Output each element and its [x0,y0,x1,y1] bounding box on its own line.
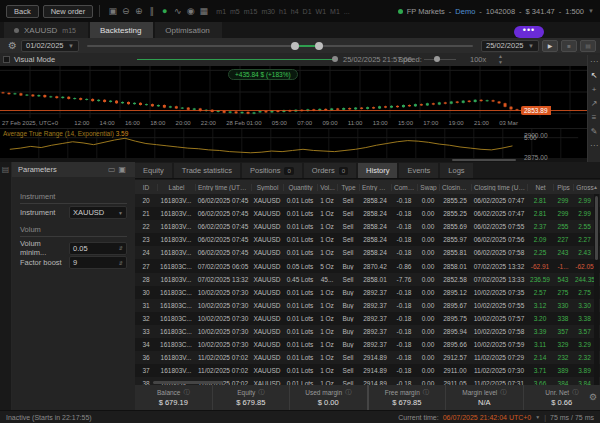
table-row[interactable]: 31161803C...10/02/2025 07:30XAUUSD0.01 L… [135,299,600,312]
table-row[interactable]: 24161803V...06/02/2025 07:45XAUUSD0.01 L… [135,246,600,259]
date-range-slider[interactable] [87,40,473,52]
table-row[interactable]: 22161803V...06/02/2025 07:45XAUUSD0.01 L… [135,220,600,233]
progress-handle[interactable] [332,56,338,62]
table-row[interactable]: 28161803V...07/02/2025 13:32XAUUSD0.45 L… [135,273,600,286]
info-icon[interactable]: ⓘ [345,388,351,397]
collapse-icon[interactable]: ▭ [108,165,119,174]
table-row[interactable]: 32161803C...10/02/2025 07:30XAUUSD0.01 L… [135,312,600,325]
speed-slider-handle[interactable] [434,56,440,62]
slider-track[interactable] [87,45,473,47]
atr-indicator-label[interactable]: Average True Range (14, Exponential) 3.5… [3,130,128,137]
chart-region[interactable]: +435.84 $ (+183%) 2853.89 27 Feb 2025, U… [0,66,600,162]
calendar-icon[interactable]: ▦ [197,6,210,16]
tab-xauusd[interactable]: XAUUSDm15 [4,22,88,38]
more-options-pill[interactable]: ••• [514,26,544,38]
table-row[interactable]: 21161803V...06/02/2025 07:45XAUUSD0.01 L… [135,207,600,220]
column-header[interactable]: Swap [417,184,439,191]
play-button[interactable]: ▶ [542,40,558,52]
crosshair-icon[interactable]: + [592,85,597,94]
timeframe-m15[interactable]: m15 [244,8,258,15]
table-horizontal-scrollbar[interactable] [135,381,594,384]
info-icon[interactable]: ⓘ [184,388,190,397]
table-row[interactable]: 30161803C...10/02/2025 07:30XAUUSD0.01 L… [135,286,600,299]
info-icon[interactable]: ⓘ [258,388,264,397]
table-vertical-scrollbar[interactable] [594,194,599,385]
stepper-arrows[interactable]: ▲▼ [498,53,503,65]
results-tab-events[interactable]: Events [399,163,438,178]
range-start-handle[interactable] [291,42,299,50]
table-row[interactable]: 20161803V...06/02/2025 07:45XAUUSD0.01 L… [135,194,600,207]
column-header[interactable]: Quantity [283,184,317,191]
draw-icon[interactable]: ✎ [591,127,598,136]
column-header[interactable]: Net [527,184,553,191]
column-header[interactable]: Closing time (UT... [471,184,527,191]
column-header[interactable]: Symbol [251,184,283,191]
table-row[interactable]: 36161803V...11/02/2025 07:02XAUUSD0.01 L… [135,351,600,364]
tab-backtesting[interactable]: Backtesting [90,22,153,38]
panel-menu-icon[interactable]: ▣ [118,165,129,174]
stop-button[interactable]: ■ [561,40,577,52]
history-table-header[interactable]: IDLabelEntry time (UTC+0)SymbolQuantityV… [135,180,600,194]
drag-handle-icon[interactable]: ⋯ [590,57,598,66]
window-icon[interactable]: ▣ [106,6,119,16]
timeframe-W1[interactable]: W1 [316,8,327,15]
fibonacci-icon[interactable]: ≡ [592,113,597,122]
from-date-picker[interactable]: 01/02/2025 ▼ [21,40,79,52]
info-icon[interactable]: ⓘ [423,388,429,397]
results-tab-orders[interactable]: Orders0 [304,163,356,178]
column-header[interactable]: Label [157,184,195,191]
account-selector[interactable]: FP Markets - Demo - 1042008 - $ 341.47 -… [398,7,594,16]
column-header[interactable]: Vol... [317,184,337,191]
timeframe-m1[interactable]: m1 [216,8,226,15]
table-row[interactable]: 27161803C...07/02/2025 06:05XAUUSD0.05 L… [135,259,600,272]
factor-boost-stepper[interactable]: 9 ⇵ [69,256,127,269]
timeframe-...[interactable]: ... [344,8,350,15]
volume-min-stepper[interactable]: 0.05 ⇵ [69,242,127,255]
more-icon[interactable]: ⋯ [590,141,598,150]
zoom-in-icon[interactable]: ⊕ [132,6,145,16]
table-row[interactable]: 34161803C...10/02/2025 07:30XAUUSD0.01 L… [135,338,600,351]
cursor-icon[interactable]: ↖ [591,71,598,80]
table-row[interactable]: 23161803V...06/02/2025 07:45XAUUSD0.01 L… [135,233,600,246]
table-row[interactable]: 37161803V...11/02/2025 07:02XAUUSD0.01 L… [135,364,600,377]
visual-mode-checkbox[interactable] [3,56,10,63]
back-button[interactable]: Back [6,5,39,18]
info-icon[interactable]: ⓘ [500,388,506,397]
instrument-select[interactable]: XAUUSD ▼ [69,206,127,219]
timeframe-M1[interactable]: M1 [330,8,340,15]
column-header[interactable]: Type [337,184,359,191]
column-header[interactable]: Comm... [391,184,417,191]
eye-icon[interactable]: ◉ [184,6,197,16]
column-header[interactable]: Entry time (UTC+0) [195,184,251,191]
to-date-picker[interactable]: 25/02/2025 ▼ [481,40,539,52]
timeframe-m30[interactable]: m30 [261,8,275,15]
link-status-icon[interactable]: ● [158,6,171,16]
tab-optimisation[interactable]: Optimisation [155,22,221,38]
report-button[interactable]: ▤ [580,40,596,52]
timeframe-m5[interactable]: m5 [230,8,240,15]
results-tab-positions[interactable]: Positions0 [242,163,302,178]
chevron-down-icon[interactable]: ▼ [535,414,540,420]
zoom-out-icon[interactable]: ⊖ [119,6,132,16]
stepper-arrows[interactable]: ⇵ [119,260,123,266]
summary-gear-icon[interactable]: ⚙ [589,392,597,402]
timeframe-D1[interactable]: D1 [303,8,312,15]
speed-slider-track[interactable] [424,59,456,60]
results-tab-equity[interactable]: Equity [135,163,172,178]
collapsed-sidebar-strip[interactable]: ▤ [0,162,12,410]
gear-icon[interactable]: ⚙ [8,40,17,51]
results-tab-logs[interactable]: Logs [440,163,472,178]
stepper-arrows[interactable]: ⇵ [119,245,123,251]
timeframe-h4[interactable]: h4 [291,8,299,15]
range-end-handle[interactable] [315,42,323,50]
results-tab-trade-statistics[interactable]: Trade statistics [174,163,240,178]
info-icon[interactable]: ⓘ [572,388,578,397]
timeframe-h1[interactable]: h1 [279,8,287,15]
column-header[interactable]: Entry pri... [359,184,391,191]
indicators-icon[interactable]: ∿ [171,6,184,16]
table-row[interactable]: 33161803C...10/02/2025 07:30XAUUSD0.01 L… [135,325,600,338]
column-header[interactable]: ID [135,184,157,191]
column-header[interactable]: Pips [553,184,573,191]
chart-type-icon[interactable]: ∥ [145,6,158,16]
new-order-button[interactable]: New order [43,5,94,18]
